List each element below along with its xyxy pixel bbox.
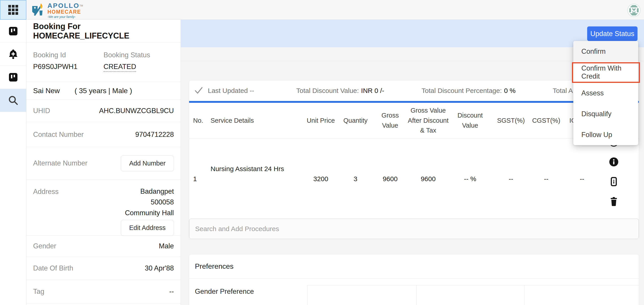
- uhid-row: UHID AHC.BUNWZCGBL9CU: [26, 100, 180, 122]
- add-number-button[interactable]: Add Number: [121, 155, 174, 171]
- dob-value: 30 Apr'88: [145, 264, 174, 272]
- left-sidebar: [0, 20, 26, 305]
- dropdown-item-confirm-with-credit[interactable]: Confirm With Credit: [573, 62, 638, 83]
- patient-name-row: Sai New ( 35 years | Male ): [26, 82, 180, 100]
- col-header-quantity: Quantity: [337, 116, 374, 126]
- gender-label: Gender: [33, 242, 56, 250]
- address-line: Badangpet: [140, 188, 174, 195]
- tag-value: --: [169, 287, 174, 295]
- services-card: Last Updated -- Total Discount Value:INR…: [189, 80, 639, 240]
- uhid-value: AHC.BUNWZCGBL9CU: [99, 107, 174, 115]
- address-row: Address Badangpet 500058 Community Hall …: [26, 180, 180, 236]
- logo-sub: HOMECARE: [48, 10, 83, 15]
- booking-status-label: Booking Status: [104, 51, 174, 59]
- kanban-board-icon: [8, 26, 18, 36]
- app-grid-button[interactable]: [0, 0, 26, 20]
- cell-igst: --: [561, 175, 603, 183]
- cell-gross-value: 9600: [374, 175, 406, 183]
- totals-status-bar: Last Updated -- Total Discount Value:INR…: [189, 80, 639, 101]
- grid-menu-icon: [8, 5, 18, 15]
- cell-cgst: --: [532, 175, 561, 183]
- service-table-row: 1 Nursing Assistant 24 Hrs 3200 3 9600 9…: [189, 138, 639, 213]
- trash-icon[interactable]: [609, 196, 619, 206]
- total-discount-value: Total Discount Value:INR 0 /-: [296, 80, 384, 101]
- dropdown-item-confirm[interactable]: Confirm: [573, 41, 638, 62]
- sidebar-item-board-2[interactable]: [0, 66, 26, 89]
- booking-id-value: P69S0JPWH1: [33, 63, 104, 71]
- cell-discount-value: -- %: [450, 175, 490, 183]
- info-circle-icon[interactable]: [609, 157, 619, 167]
- col-header-cgst: CGST(%): [532, 116, 561, 126]
- col-header-sgst: SGST(%): [490, 116, 532, 126]
- top-bar: APOLLOTM HOMECARE -We are your family-: [0, 0, 644, 20]
- col-header-gross-value: Gross Value: [374, 110, 406, 131]
- edit-address-button[interactable]: Edit Address: [121, 220, 174, 236]
- alternate-number-label: Alternate Number: [33, 159, 88, 167]
- booking-id-label: Booking Id: [33, 51, 104, 59]
- alternate-number-row: Alternate Number Add Number: [26, 147, 180, 180]
- kanban-board-icon: [8, 72, 18, 82]
- sidebar-item-board-1[interactable]: [0, 20, 26, 43]
- dropdown-item-assess[interactable]: Assess: [573, 83, 638, 103]
- sidebar-item-notifications[interactable]: [0, 43, 26, 66]
- total-amount-fragment: Total A: [553, 80, 573, 101]
- cell-gross-after: 9600: [406, 175, 450, 183]
- contact-number-value: 9704712228: [136, 131, 174, 139]
- gender-preference-label: Gender Preference: [195, 287, 254, 295]
- services-table-header: No. Service Details Unit Price Quantity …: [189, 103, 639, 138]
- cell-no: 1: [189, 175, 210, 183]
- preferences-title: Preferences: [189, 254, 639, 278]
- dob-label: Date Of Birth: [33, 264, 73, 272]
- patient-age-gender: ( 35 years | Male ): [74, 87, 132, 95]
- update-status-button[interactable]: Update Status: [587, 27, 638, 41]
- cell-sgst: --: [490, 175, 532, 183]
- user-avatar[interactable]: [628, 4, 640, 17]
- col-header-service-details: Service Details: [210, 116, 304, 126]
- logo-tagline: -We are your family-: [48, 15, 83, 18]
- radio-option-no-preference[interactable]: No Preference: [308, 285, 417, 305]
- dropdown-item-disqualify[interactable]: Disqualify: [573, 103, 638, 124]
- col-header-gross-after: Gross Value After Discount & Tax: [406, 106, 450, 136]
- gender-preference-group: No Preference Male Female: [308, 285, 639, 305]
- active-tab-rule: [189, 101, 639, 103]
- cell-quantity: 3: [337, 175, 374, 183]
- mobile-info-icon[interactable]: [609, 177, 619, 187]
- logo-tm: TM: [80, 4, 83, 7]
- app-screen: APOLLOTM HOMECARE -We are your family-: [0, 0, 644, 305]
- tag-row: Tag --: [26, 280, 180, 303]
- preferences-card: Preferences Gender Preference No Prefere…: [189, 254, 639, 305]
- booking-status-value[interactable]: CREATED: [104, 63, 136, 72]
- booking-id-status-row: Booking Id P69S0JPWH1 Booking Status CRE…: [26, 43, 180, 82]
- booking-panel-title: Booking For HOMECARE_LIFECYCLE: [26, 20, 180, 43]
- uhid-label: UHID: [33, 107, 50, 115]
- bell-plus-icon: [8, 49, 18, 60]
- last-updated-text: Last Updated --: [208, 80, 254, 101]
- radio-option-female[interactable]: Female: [524, 285, 639, 305]
- gender-value: Male: [159, 242, 174, 250]
- contact-number-row: Contact Number 9704712228: [26, 122, 180, 147]
- contact-number-label: Contact Number: [33, 131, 84, 139]
- address-line: Community Hall: [125, 209, 174, 217]
- address-line: 500058: [151, 198, 174, 206]
- apollo-homecare-logo: APOLLOTM HOMECARE -We are your family-: [31, 2, 83, 18]
- col-header-no: No.: [189, 116, 210, 126]
- cell-service-name: Nursing Assistant 24 Hrs: [210, 165, 304, 173]
- booking-details-panel: Booking For HOMECARE_LIFECYCLE Booking I…: [26, 20, 181, 305]
- search-icon: [8, 95, 18, 106]
- search-procedures-input[interactable]: [189, 219, 639, 239]
- patient-name: Sai New: [33, 87, 60, 95]
- sidebar-item-search[interactable]: [0, 89, 26, 112]
- address-label: Address: [33, 188, 59, 235]
- dropdown-item-follow-up[interactable]: Follow Up: [573, 124, 638, 145]
- col-header-unit-price: Unit Price: [304, 116, 337, 126]
- update-status-dropdown: Confirm Confirm With Credit Assess Disqu…: [573, 41, 638, 145]
- check-icon: [194, 86, 204, 95]
- cell-unit-price: 3200: [304, 175, 337, 183]
- row-action-buttons: [609, 137, 619, 206]
- total-discount-percentage: Total Discount Percentage:0 %: [422, 80, 516, 101]
- logo-shield-torch-icon: [31, 3, 45, 18]
- logo-name: APOLLO: [48, 2, 80, 9]
- col-header-discount-value: Discount Value: [450, 110, 490, 131]
- radio-option-male[interactable]: Male: [417, 285, 524, 305]
- tag-label: Tag: [33, 287, 44, 295]
